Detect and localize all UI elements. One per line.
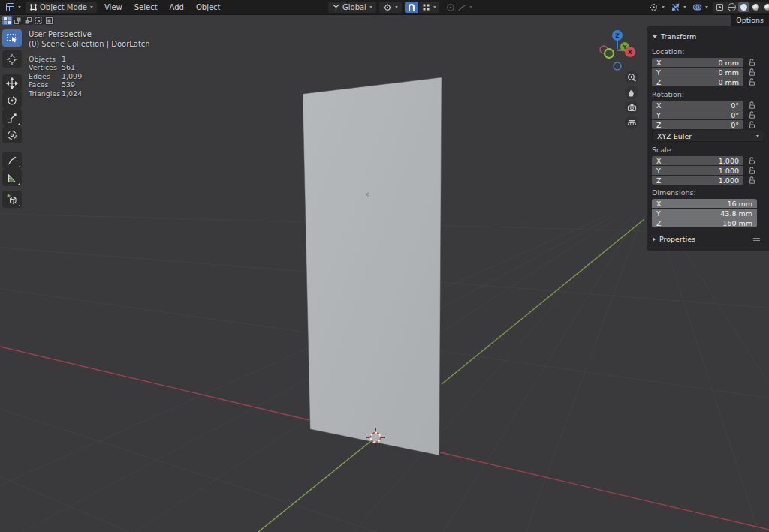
transform-panel-title: Transform: [661, 32, 696, 41]
dimensions-x-field[interactable]: X 16 mm: [652, 199, 757, 208]
select-mode-invert[interactable]: [34, 16, 44, 25]
scale-z-field[interactable]: Z 1.000: [652, 176, 743, 185]
dropdown-caret: [662, 6, 665, 8]
dropdown-caret: [18, 6, 21, 8]
dropdown-caret: [705, 6, 708, 8]
shading-solid-button[interactable]: [738, 2, 749, 12]
toggle-perspective-button[interactable]: [625, 116, 638, 129]
rotation-label: Rotation:: [647, 86, 769, 101]
snap-toggle[interactable]: [405, 2, 418, 13]
tool-scale[interactable]: [2, 109, 22, 126]
tool-measure[interactable]: [2, 169, 22, 186]
location-y-field[interactable]: Y 0 mm: [652, 68, 743, 77]
ortho-grid-icon: [627, 118, 637, 128]
dropdown-caret: [395, 6, 398, 8]
dimensions-label: Dimensions:: [647, 185, 769, 199]
sidebar-panel: Transform Location: X 0 mm Y 0 mm Z 0 mm…: [647, 26, 769, 251]
pivot-point-selector[interactable]: [379, 2, 402, 13]
tool-annotate[interactable]: [2, 152, 22, 169]
location-x-lock[interactable]: [743, 59, 760, 66]
chevron-right-icon: [653, 237, 656, 242]
panel-drag-grip[interactable]: [753, 238, 760, 241]
tool-rotate[interactable]: [2, 92, 22, 109]
xray-gizmo-toggle[interactable]: [669, 2, 688, 13]
rotation-z-row: Z 0°: [652, 120, 769, 129]
object-mode-icon: [29, 3, 38, 11]
stat-objects: Objects1: [29, 55, 150, 63]
select-mode-set[interactable]: [2, 16, 12, 25]
shading-material-button[interactable]: [750, 2, 761, 12]
toggle-xray-button[interactable]: [714, 2, 725, 12]
proportional-editing-toggle[interactable]: [442, 2, 476, 13]
camera-view-button[interactable]: [625, 101, 638, 114]
menu-object[interactable]: Object: [191, 2, 225, 13]
pivot-point-icon: [383, 3, 392, 12]
measure-protractor-icon: [6, 172, 18, 184]
scale-x-field[interactable]: X 1.000: [652, 156, 743, 165]
scale-z-lock[interactable]: [743, 176, 760, 184]
select-mode-intersect[interactable]: [44, 16, 54, 25]
select-mode-extend[interactable]: [13, 16, 23, 25]
shading-wireframe-button[interactable]: [726, 2, 737, 12]
solid-sphere-icon: [740, 4, 747, 11]
editor-type-selector[interactable]: [3, 2, 23, 13]
rotation-z-lock[interactable]: [743, 121, 760, 128]
properties-panel-header[interactable]: Properties: [647, 233, 769, 246]
location-y-lock[interactable]: [743, 68, 760, 76]
transform-orientation-selector[interactable]: Global: [328, 2, 376, 13]
rotation-mode-dropdown[interactable]: XYZ Euler: [652, 131, 764, 142]
show-overlays-toggle[interactable]: [691, 2, 710, 13]
tool-cursor[interactable]: [2, 50, 22, 68]
dropdown-caret: [683, 6, 686, 8]
rotation-x-field[interactable]: X 0°: [652, 101, 743, 110]
show-gizmos-toggle[interactable]: [647, 2, 666, 13]
rotation-x-lock[interactable]: [743, 101, 760, 109]
snap-target-selector[interactable]: [419, 2, 439, 13]
transform-tool-icon: [6, 129, 18, 141]
scale-x-lock[interactable]: [743, 157, 760, 164]
tool-move[interactable]: [2, 74, 22, 92]
crossed-arrows-icon: [671, 2, 680, 12]
material-sphere-icon: [752, 4, 759, 11]
gizmo-neg-z-ball[interactable]: [614, 62, 621, 70]
location-z-lock[interactable]: [743, 78, 760, 86]
tool-add-cube[interactable]: [2, 191, 22, 208]
select-mode-subtract[interactable]: [23, 16, 33, 25]
tool-transform[interactable]: [2, 126, 22, 143]
tool-select-box[interactable]: [2, 29, 22, 47]
scale-y-lock[interactable]: [743, 167, 760, 174]
falloff-curve-icon: [457, 3, 466, 12]
rotation-y-row: Y 0°: [652, 110, 769, 119]
viewport-options-button[interactable]: Options: [731, 14, 769, 26]
scale-fields: X 1.000 Y 1.000 Z 1.000: [647, 156, 769, 185]
pan-hand-icon: [627, 88, 637, 98]
gizmo-neg-y-ball[interactable]: [605, 49, 614, 58]
tool-shelf: [2, 29, 23, 208]
rotation-z-field[interactable]: Z 0°: [652, 120, 743, 129]
rotation-y-lock[interactable]: [743, 111, 760, 119]
location-x-field[interactable]: X 0 mm: [652, 58, 743, 67]
zoom-button[interactable]: [625, 71, 638, 84]
dimensions-z-field[interactable]: Z 160 mm: [652, 218, 757, 227]
transform-panel-header[interactable]: Transform: [647, 31, 769, 44]
dropdown-caret: [469, 6, 472, 8]
projection-label: User Perspective: [29, 30, 150, 40]
mode-selector[interactable]: Object Mode: [26, 2, 97, 13]
rotate-tool-icon: [6, 95, 18, 107]
gizmo-icon: [649, 2, 659, 12]
annotate-pen-icon: [6, 155, 18, 167]
snap-magnet-icon: [407, 3, 416, 12]
menu-view[interactable]: View: [100, 2, 127, 13]
scale-y-field[interactable]: Y 1.000: [652, 166, 743, 175]
shading-rendered-button[interactable]: [762, 2, 769, 12]
menu-select[interactable]: Select: [130, 2, 162, 13]
scale-y-row: Y 1.000: [652, 166, 769, 175]
pan-button[interactable]: [625, 86, 638, 99]
navigation-gizmo[interactable]: Y X Z: [595, 27, 641, 74]
stat-faces: Faces539: [29, 80, 150, 89]
location-z-field[interactable]: Z 0 mm: [652, 77, 743, 86]
rendered-sphere-icon: [764, 4, 769, 11]
menu-add[interactable]: Add: [165, 2, 188, 13]
dimensions-y-field[interactable]: Y 43.8 mm: [652, 209, 757, 218]
rotation-y-field[interactable]: Y 0°: [652, 110, 743, 119]
